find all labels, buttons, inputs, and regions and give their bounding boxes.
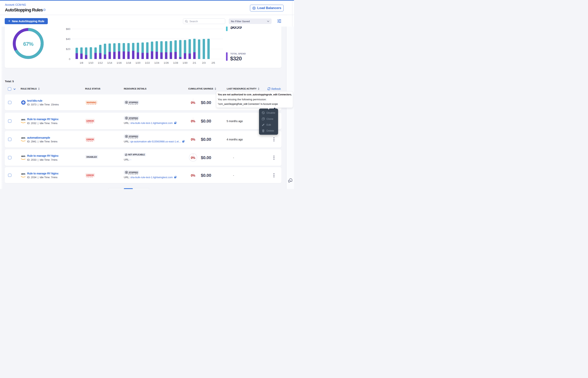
svg-text:2/1: 2/1 [192, 61, 196, 64]
svg-text:2/3: 2/3 [202, 61, 205, 64]
svg-text:1/24: 1/24 [154, 61, 159, 64]
svg-text:1/8: 1/8 [80, 61, 83, 64]
svg-text:1/10: 1/10 [89, 61, 93, 64]
svg-text:1/26: 1/26 [164, 61, 169, 64]
svg-text:1/22: 1/22 [145, 61, 150, 64]
svg-text:$40: $40 [66, 38, 70, 40]
svg-text:1/20: 1/20 [135, 61, 140, 64]
svg-text:1/12: 1/12 [98, 61, 103, 64]
svg-text:$60: $60 [66, 27, 70, 30]
svg-text:1/28: 1/28 [173, 61, 178, 64]
svg-text:$20: $20 [66, 48, 70, 51]
svg-text:1/18: 1/18 [126, 61, 131, 64]
svg-text:1/14: 1/14 [107, 61, 112, 64]
svg-text:1/16: 1/16 [116, 61, 121, 64]
svg-text:0: 0 [69, 58, 70, 61]
svg-text:1/30: 1/30 [183, 61, 188, 64]
svg-text:2/5: 2/5 [211, 61, 215, 64]
